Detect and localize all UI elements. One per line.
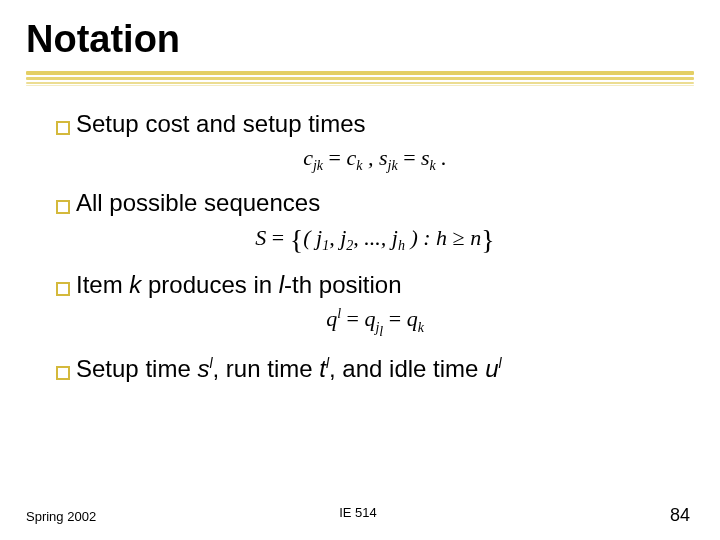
footer: Spring 2002 IE 514 84 xyxy=(26,505,690,526)
bullet-group-1: Setup cost and setup times cjk = ck , sj… xyxy=(56,109,694,174)
text-frag: -th position xyxy=(284,271,401,298)
bullet-text: Setup cost and setup times xyxy=(76,109,366,139)
var-k: k xyxy=(129,271,141,298)
box-bullet-icon xyxy=(56,366,70,380)
bullet-2: All possible sequences xyxy=(56,188,694,218)
formula-3: ql = qjl = qk xyxy=(56,306,694,340)
formula-1: cjk = ck , sjk = sk . xyxy=(56,145,694,174)
bullet-text: Item k produces in l-th position xyxy=(76,270,402,300)
bullet-3: Item k produces in l-th position xyxy=(56,270,694,300)
slide: Notation Setup cost and setup times cjk … xyxy=(0,0,720,540)
box-bullet-icon xyxy=(56,200,70,214)
box-bullet-icon xyxy=(56,282,70,296)
sup: l xyxy=(498,355,501,371)
footer-center: IE 514 xyxy=(26,505,690,520)
title-underline xyxy=(26,65,694,87)
bullet-group-3: Item k produces in l-th position ql = qj… xyxy=(56,270,694,340)
bullet-text: All possible sequences xyxy=(76,188,320,218)
text-frag: , and idle time xyxy=(329,355,485,382)
char: t xyxy=(319,355,326,382)
var-t: tl xyxy=(319,355,329,382)
var-u: ul xyxy=(485,355,501,382)
box-bullet-icon xyxy=(56,121,70,135)
bullet-group-2: All possible sequences S = {( j1, j2, ..… xyxy=(56,188,694,256)
bullet-text: Setup time sl, run time tl, and idle tim… xyxy=(76,354,502,384)
bullet-group-4: Setup time sl, run time tl, and idle tim… xyxy=(56,354,694,384)
page-title: Notation xyxy=(26,18,694,61)
var-s: sl xyxy=(197,355,212,382)
content-area: Setup cost and setup times cjk = ck , sj… xyxy=(26,109,694,384)
text-frag: produces in xyxy=(141,271,278,298)
bullet-4: Setup time sl, run time tl, and idle tim… xyxy=(56,354,694,384)
char: u xyxy=(485,355,498,382)
bullet-1: Setup cost and setup times xyxy=(56,109,694,139)
text-frag: Setup time xyxy=(76,355,197,382)
formula-2: S = {( j1, j2, ..., jh ) : h ≥ n} xyxy=(56,224,694,256)
text-frag: Item xyxy=(76,271,129,298)
char: s xyxy=(197,355,209,382)
text-frag: , run time xyxy=(213,355,320,382)
